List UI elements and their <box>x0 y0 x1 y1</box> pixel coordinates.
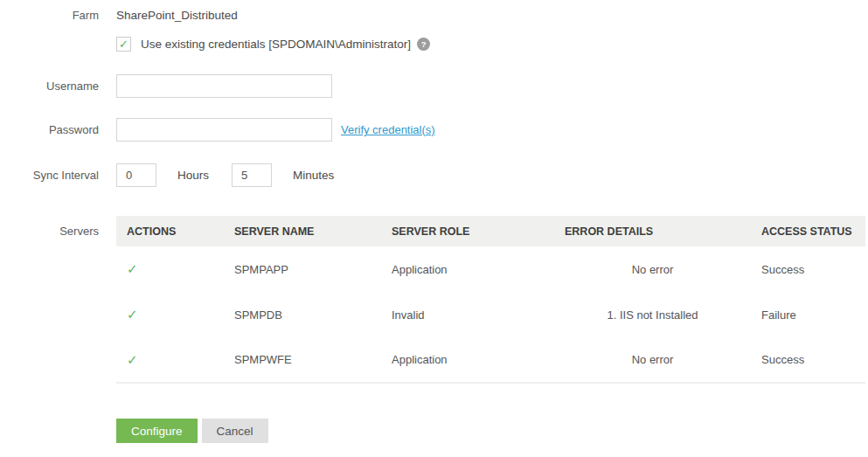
use-existing-credentials-checkbox[interactable]: ✓ <box>116 37 131 52</box>
action-buttons: Configure Cancel <box>116 419 868 443</box>
server-role-cell: Application <box>381 246 554 292</box>
cancel-button[interactable]: Cancel <box>202 419 268 443</box>
servers-label: Servers <box>0 216 99 238</box>
servers-table: ACTIONS SERVER NAME SERVER ROLE ERROR DE… <box>116 216 865 384</box>
access-status-cell: Success <box>751 337 865 383</box>
column-header-access-status: ACCESS STATUS <box>751 216 865 246</box>
error-details-cell: No error <box>554 337 751 383</box>
help-icon[interactable]: ? <box>417 38 430 51</box>
column-header-server-name: SERVER NAME <box>224 216 381 246</box>
check-icon[interactable]: ✓ <box>127 261 138 276</box>
farm-configuration-panel: Farm SharePoint_Distributed ✓ Use existi… <box>0 0 868 443</box>
username-field[interactable] <box>116 74 332 98</box>
table-row: ✓ SPMPAPP Application No error Success <box>116 246 865 292</box>
server-role-cell: Invalid <box>381 292 554 337</box>
table-header-row: ACTIONS SERVER NAME SERVER ROLE ERROR DE… <box>116 216 865 246</box>
existing-credentials-row: ✓ Use existing credentials [SPDOMAIN\Adm… <box>0 34 868 53</box>
table-row: ✓ SPMPDB Invalid 1. IIS not Installed Fa… <box>116 292 865 337</box>
minutes-unit-label: Minutes <box>293 169 334 182</box>
configure-button[interactable]: Configure <box>116 419 198 443</box>
server-name-cell: SPMPAPP <box>224 246 381 292</box>
username-label: Username <box>0 80 99 93</box>
server-name-cell: SPMPDB <box>224 292 381 337</box>
server-name-cell: SPMPWFE <box>224 337 381 383</box>
farm-label: Farm <box>0 9 99 22</box>
server-role-cell: Application <box>381 337 554 383</box>
verify-credentials-link[interactable]: Verify credential(s) <box>341 123 435 136</box>
servers-row: Servers ACTIONS SERVER NAME SERVER ROLE … <box>0 216 868 384</box>
password-field[interactable] <box>116 118 332 142</box>
sync-interval-row: Sync Interval Hours Minutes <box>0 163 868 187</box>
column-header-actions: ACTIONS <box>116 216 224 246</box>
username-row: Username <box>0 74 868 98</box>
table-row: ✓ SPMPWFE Application No error Success <box>116 337 865 383</box>
sync-minutes-field[interactable] <box>232 163 272 187</box>
check-icon[interactable]: ✓ <box>127 307 138 322</box>
hours-unit-label: Hours <box>177 169 209 182</box>
column-header-server-role: SERVER ROLE <box>381 216 554 246</box>
password-label: Password <box>0 123 99 136</box>
error-details-cell: No error <box>554 246 751 292</box>
password-row: Password Verify credential(s) <box>0 118 868 142</box>
farm-value: SharePoint_Distributed <box>116 9 238 22</box>
checkmark-icon: ✓ <box>119 38 128 50</box>
column-header-error-details: ERROR DETAILS <box>554 216 751 246</box>
access-status-cell: Failure <box>751 292 865 337</box>
use-existing-credentials-label: Use existing credentials [SPDOMAIN\Admin… <box>141 38 411 51</box>
sync-interval-label: Sync Interval <box>0 169 99 182</box>
farm-row: Farm SharePoint_Distributed <box>0 9 868 22</box>
access-status-cell: Success <box>751 246 865 292</box>
check-icon[interactable]: ✓ <box>127 352 138 367</box>
error-details-cell: 1. IIS not Installed <box>554 292 751 337</box>
sync-hours-field[interactable] <box>116 163 156 187</box>
